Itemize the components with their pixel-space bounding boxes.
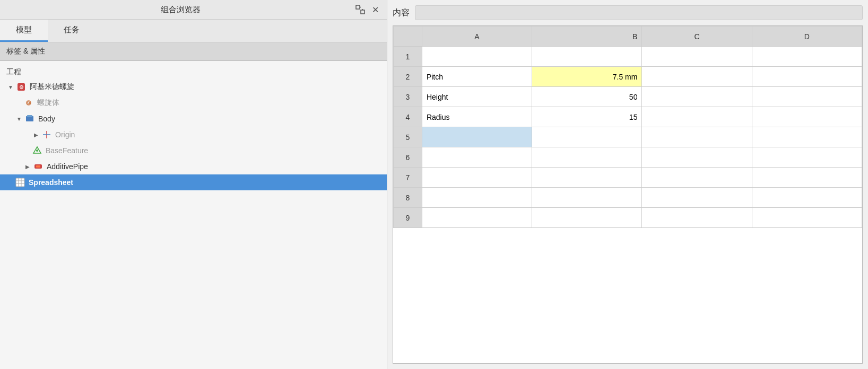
origin-icon: [41, 129, 52, 140]
col-header-a[interactable]: A: [422, 27, 532, 47]
tree-item-luoxuanti[interactable]: 螺旋体: [0, 95, 387, 111]
row-num-2: 2: [394, 67, 422, 87]
cell-8d[interactable]: [752, 188, 862, 208]
cell-5d[interactable]: [752, 127, 862, 147]
svg-rect-14: [16, 178, 24, 187]
cell-5b[interactable]: [532, 127, 642, 147]
body-label: Body: [38, 115, 55, 123]
table-row: 9: [394, 208, 862, 228]
cell-9a[interactable]: [422, 208, 532, 228]
labels-section: 标签 & 属性: [0, 42, 387, 61]
spreadsheet-icon: [15, 177, 25, 188]
tree-item-root[interactable]: ▼ ⚙ 阿基米德螺旋: [0, 79, 387, 95]
cell-4a[interactable]: Radius: [422, 107, 532, 127]
cell-6a[interactable]: [422, 147, 532, 168]
body-icon: [24, 113, 35, 124]
col-header-c[interactable]: C: [642, 27, 752, 47]
cell-8a[interactable]: [422, 188, 532, 208]
table-row: 1: [394, 47, 862, 67]
cell-7c[interactable]: [642, 168, 752, 188]
row-num-1: 1: [394, 47, 422, 67]
expand-icon[interactable]: [355, 4, 366, 15]
content-header: 内容: [393, 5, 863, 20]
right-panel: 内容 A B C D 1: [387, 0, 868, 369]
content-label: 内容: [393, 7, 410, 19]
luoxuanti-label: 螺旋体: [37, 98, 59, 108]
svg-point-11: [36, 150, 38, 152]
additivepipe-icon: [33, 161, 44, 172]
cell-4b[interactable]: 15: [532, 107, 642, 127]
table-row: 4 Radius 15: [394, 107, 862, 127]
cell-5a[interactable]: [422, 127, 532, 147]
tree-item-additivepipe[interactable]: ▶ AdditivePipe: [0, 159, 387, 174]
row-num-7: 7: [394, 168, 422, 188]
row-num-3: 3: [394, 87, 422, 107]
spreadsheet-label: Spreadsheet: [29, 178, 73, 187]
cell-4c[interactable]: [642, 107, 752, 127]
cell-2a[interactable]: Pitch: [422, 67, 532, 87]
cell-9b[interactable]: [532, 208, 642, 228]
col-header-d[interactable]: D: [752, 27, 862, 47]
cell-7b[interactable]: [532, 168, 642, 188]
content-input[interactable]: [415, 5, 863, 20]
tree-item-spreadsheet[interactable]: Spreadsheet: [0, 174, 387, 190]
row-num-4: 4: [394, 107, 422, 127]
cell-2d[interactable]: [752, 67, 862, 87]
cell-2b[interactable]: 7.5 mm: [532, 67, 642, 87]
cell-8b[interactable]: [532, 188, 642, 208]
chevron-icon: ▼: [6, 83, 15, 91]
tree-item-basefeature[interactable]: BaseFeature: [0, 143, 387, 159]
cell-3c[interactable]: [642, 87, 752, 107]
panel-title: 组合浏览器: [6, 5, 355, 15]
additivepipe-label: AdditivePipe: [47, 162, 88, 171]
tab-task[interactable]: 任务: [48, 20, 96, 42]
cell-8c[interactable]: [642, 188, 752, 208]
cell-3a[interactable]: Height: [422, 87, 532, 107]
col-header-b[interactable]: B: [532, 27, 642, 47]
root-icon: ⚙: [16, 82, 27, 92]
root-label: 阿基米德螺旋: [30, 82, 74, 92]
basefeature-label: BaseFeature: [46, 146, 88, 155]
row-num-9: 9: [394, 208, 422, 228]
close-icon[interactable]: ✕: [370, 4, 380, 15]
cell-9c[interactable]: [642, 208, 752, 228]
cell-6b[interactable]: [532, 147, 642, 168]
cell-9d[interactable]: [752, 208, 862, 228]
cell-1c[interactable]: [642, 47, 752, 67]
spreadsheet-wrapper: A B C D 1 2 Pitch: [393, 25, 863, 364]
cell-3d[interactable]: [752, 87, 862, 107]
table-row: 6: [394, 147, 862, 168]
cell-4d[interactable]: [752, 107, 862, 127]
left-panel: 组合浏览器 ✕ 模型 任务 标签 & 属性 工程 ▼: [0, 0, 387, 369]
spiral-icon: [23, 98, 34, 108]
cell-2c[interactable]: [642, 67, 752, 87]
cell-1b[interactable]: [532, 47, 642, 67]
tree-item-body[interactable]: ▼ Body: [0, 111, 387, 127]
row-num-5: 5: [394, 127, 422, 147]
origin-label: Origin: [55, 130, 75, 139]
row-num-8: 8: [394, 188, 422, 208]
additivepipe-chevron: ▶: [23, 162, 32, 171]
table-row: 7: [394, 168, 862, 188]
tab-model[interactable]: 模型: [0, 20, 48, 42]
cell-5c[interactable]: [642, 127, 752, 147]
tree-container: 工程 ▼ ⚙ 阿基米德螺旋 螺旋体 ▼: [0, 61, 387, 369]
project-label: 工程: [0, 65, 387, 79]
cell-7d[interactable]: [752, 168, 862, 188]
cell-1a[interactable]: [422, 47, 532, 67]
svg-rect-7: [27, 115, 32, 117]
cell-7a[interactable]: [422, 168, 532, 188]
cell-3b[interactable]: 50: [532, 87, 642, 107]
labels-title: 标签 & 属性: [6, 47, 45, 55]
svg-text:⚙: ⚙: [19, 84, 24, 90]
cell-6d[interactable]: [752, 147, 862, 168]
panel-header-icons: ✕: [355, 4, 380, 15]
basefeature-icon: [32, 145, 42, 156]
cell-6c[interactable]: [642, 147, 752, 168]
cell-1d[interactable]: [752, 47, 862, 67]
corner-cell: [394, 27, 422, 47]
column-header-row: A B C D: [394, 27, 862, 47]
tabs: 模型 任务: [0, 20, 387, 42]
row-num-6: 6: [394, 147, 422, 168]
tree-item-origin[interactable]: ▶ Origin: [0, 127, 387, 143]
